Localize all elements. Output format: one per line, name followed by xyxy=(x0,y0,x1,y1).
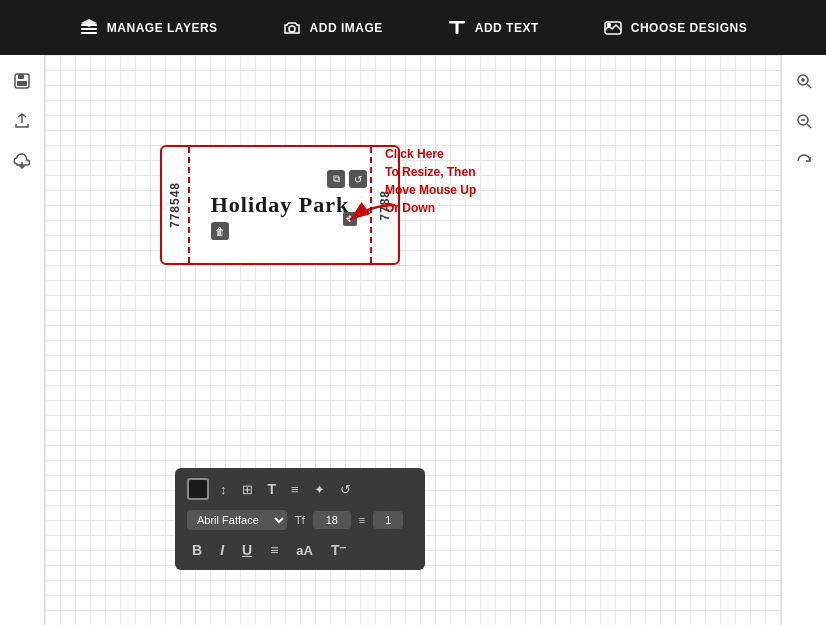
toolbar-row-1: ↕ ⊞ T ≡ ✦ ↺ xyxy=(187,478,413,500)
svg-point-8 xyxy=(607,23,610,26)
toolbar-choose-designs[interactable]: CHOOSE DESIGNS xyxy=(591,12,759,44)
camera-icon xyxy=(282,18,302,38)
svg-line-18 xyxy=(807,124,811,128)
italic-button[interactable]: I xyxy=(215,540,229,560)
font-family-select[interactable]: Abril Fatface xyxy=(187,510,287,530)
text-element-top-controls: ⧉ ↺ xyxy=(327,170,367,188)
baseline-button[interactable]: T⁻ xyxy=(326,540,352,560)
rotate-text-button[interactable]: ↺ xyxy=(349,170,367,188)
toolbar-add-text[interactable]: ADD TEXT xyxy=(435,12,551,44)
main-toolbar: MANAGE LAYERS ADD IMAGE ADD TEXT CH xyxy=(0,0,826,55)
toolbar-add-image[interactable]: ADD IMAGE xyxy=(270,12,395,44)
reset-view-button[interactable] xyxy=(788,145,820,177)
svg-rect-6 xyxy=(455,21,458,34)
ticket-text[interactable]: Holiday Park xyxy=(211,192,350,217)
cloud-save-button[interactable] xyxy=(6,145,38,177)
underline-button[interactable]: U xyxy=(237,540,257,560)
copy-text-button[interactable]: ⧉ xyxy=(327,170,345,188)
svg-rect-11 xyxy=(17,81,27,86)
add-image-label: ADD IMAGE xyxy=(310,21,383,35)
choose-designs-label: CHOOSE DESIGNS xyxy=(631,21,747,35)
toolbar-manage-layers[interactable]: MANAGE LAYERS xyxy=(67,12,230,44)
line-height-label: ≡ xyxy=(359,514,365,526)
manage-layers-label: MANAGE LAYERS xyxy=(107,21,218,35)
add-text-label: ADD TEXT xyxy=(475,21,539,35)
text-transform-button[interactable]: aA xyxy=(291,541,318,560)
font-size-icon: Tf xyxy=(295,514,305,526)
text-editing-toolbar: ↕ ⊞ T ≡ ✦ ↺ Abril Fatface Tf ≡ xyxy=(175,468,425,570)
ticket-number-left: 778548 xyxy=(168,182,182,228)
svg-rect-10 xyxy=(18,74,24,79)
annotation-line3: Move Mouse Up xyxy=(385,183,476,197)
left-sidebar xyxy=(0,55,45,625)
ticket-stub-left: 778548 xyxy=(162,147,190,263)
grid-icon[interactable]: ⊞ xyxy=(238,480,257,499)
bold-button[interactable]: B xyxy=(187,540,207,560)
right-sidebar xyxy=(781,55,826,625)
text-icon xyxy=(447,18,467,38)
delete-text-button[interactable]: 🗑 xyxy=(211,222,229,240)
svg-rect-2 xyxy=(81,32,97,34)
zoom-out-button[interactable] xyxy=(788,105,820,137)
upload-button[interactable] xyxy=(6,105,38,137)
design-icon xyxy=(603,18,623,38)
text-style-icon[interactable]: T xyxy=(264,479,281,499)
annotation-line1: Click Here xyxy=(385,147,444,161)
save-button[interactable] xyxy=(6,65,38,97)
toolbar-row-2: Abril Fatface Tf ≡ xyxy=(187,510,413,530)
font-size-input[interactable] xyxy=(313,511,351,529)
main-area: 778548 ⧉ ↺ 🗑 ✥ Holiday Park xyxy=(0,55,826,625)
font-size-wrapper: Tf xyxy=(295,514,305,526)
transform-icon[interactable]: ↕ xyxy=(216,480,231,499)
canvas-area[interactable]: 778548 ⧉ ↺ 🗑 ✥ Holiday Park xyxy=(45,55,781,625)
text-element[interactable]: ⧉ ↺ 🗑 ✥ Holiday Park xyxy=(211,192,350,218)
svg-point-4 xyxy=(289,26,295,32)
layers-icon xyxy=(79,18,99,38)
svg-line-14 xyxy=(807,84,811,88)
svg-rect-1 xyxy=(81,28,97,30)
toolbar-row-3: B I U ≡ aA T⁻ xyxy=(187,540,413,560)
text-color-swatch[interactable] xyxy=(187,478,209,500)
annotation-line2: To Resize, Then xyxy=(385,165,475,179)
zoom-in-button[interactable] xyxy=(788,65,820,97)
align-icon[interactable]: ≡ xyxy=(287,480,303,499)
align-center-button[interactable]: ≡ xyxy=(265,540,283,560)
rotate-reset-icon[interactable]: ↺ xyxy=(336,480,355,499)
arrow-indicator xyxy=(340,200,400,234)
line-height-input[interactable] xyxy=(373,511,403,529)
effects-icon[interactable]: ✦ xyxy=(310,480,329,499)
